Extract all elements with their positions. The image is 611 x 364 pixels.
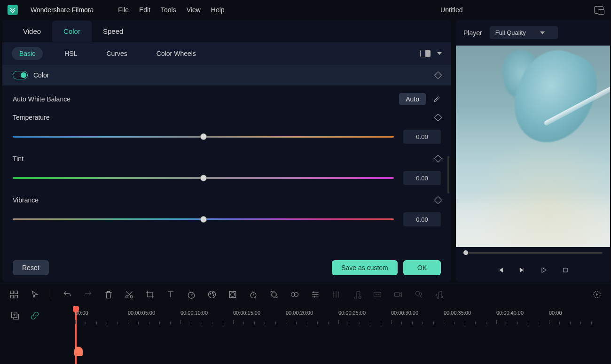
tab-speed[interactable]: Speed <box>92 21 134 42</box>
tick-group: 00:00:25:00 <box>338 310 391 324</box>
tick-group: 00:00:15:00 <box>233 310 286 324</box>
auto-button[interactable]: Auto <box>399 93 426 105</box>
tick-group: 00:00:10:00 <box>180 310 233 324</box>
link-icon[interactable] <box>30 311 39 320</box>
temperature-label: Temperature <box>13 114 50 121</box>
undo-icon[interactable] <box>63 290 72 299</box>
scrollbar[interactable] <box>447 156 449 194</box>
temperature-slider[interactable] <box>13 136 394 138</box>
transcribe-icon[interactable] <box>414 290 423 299</box>
svg-point-11 <box>213 294 214 296</box>
prev-frame-icon[interactable] <box>496 266 505 274</box>
subtab-hsl[interactable]: HSL <box>57 47 85 60</box>
svg-rect-2 <box>15 291 18 294</box>
color-sub-tabs: Basic HSL Curves Color Wheels <box>2 42 451 65</box>
keyframe-icon[interactable] <box>434 71 442 79</box>
effects-icon[interactable] <box>290 290 299 299</box>
play-icon[interactable] <box>540 266 548 274</box>
top-tabs: Video Color Speed <box>2 20 451 42</box>
stop-icon[interactable] <box>561 266 570 274</box>
timeline-ruler[interactable]: 00:0000:00:05:0000:00:10:0000:00:15:0000… <box>75 310 602 324</box>
player-controls <box>456 258 610 282</box>
player-scrubber[interactable] <box>456 247 610 258</box>
tick-label: 00:00:15:00 <box>233 310 260 316</box>
tick-label: 00:00 <box>549 310 562 316</box>
crop-icon[interactable] <box>145 290 155 299</box>
vibrance-value[interactable]: 0.00 <box>403 212 441 226</box>
timeline[interactable]: 00:0000:00:05:0000:00:10:0000:00:15:0000… <box>0 306 611 363</box>
color-section-title: Color <box>33 71 49 79</box>
tick-label: 00:00:20:00 <box>286 310 313 316</box>
svg-rect-17 <box>374 292 381 297</box>
tick-label: 00:00 <box>75 310 88 316</box>
text-icon[interactable] <box>166 290 175 299</box>
tick-group: 00:00:35:00 <box>444 310 496 324</box>
mask-icon[interactable] <box>228 290 237 299</box>
next-frame-icon[interactable] <box>518 266 526 274</box>
menu-help[interactable]: Help <box>211 6 225 14</box>
save-as-custom-button[interactable]: Save as custom <box>332 260 398 275</box>
menubar: Wondershare Filmora File Edit Tools View… <box>0 0 611 20</box>
slider-thumb[interactable] <box>200 175 207 181</box>
temperature-value[interactable]: 0.00 <box>403 130 441 144</box>
color-icon[interactable] <box>207 290 217 299</box>
tint-slider[interactable] <box>13 177 394 179</box>
add-track-icon[interactable] <box>10 311 20 320</box>
cursor-icon[interactable] <box>30 290 39 299</box>
vibrance-label: Vibrance <box>13 196 39 204</box>
player-label: Player <box>463 29 482 37</box>
record-icon[interactable] <box>393 290 403 299</box>
adjust-icon[interactable] <box>311 290 320 299</box>
chevron-down-icon <box>540 31 545 34</box>
color-enable-toggle[interactable] <box>13 71 28 79</box>
delete-icon[interactable] <box>104 290 113 299</box>
chevron-down-icon[interactable] <box>437 52 442 55</box>
subtitle-icon[interactable] <box>373 290 382 299</box>
ok-button[interactable]: OK <box>403 260 441 275</box>
audio-icon[interactable] <box>352 290 361 299</box>
keyframe-tool-icon[interactable] <box>269 290 279 299</box>
layout-toggle-icon[interactable] <box>594 6 603 14</box>
menu-view[interactable]: View <box>187 6 201 14</box>
svg-point-10 <box>212 292 213 294</box>
compare-view-icon[interactable] <box>420 50 431 57</box>
menu-edit[interactable]: Edit <box>139 6 150 14</box>
quality-select[interactable]: Full Quality <box>490 26 558 39</box>
redo-icon[interactable] <box>83 290 93 299</box>
svg-rect-0 <box>564 268 567 272</box>
tick-group: 00:00:40:00 <box>496 310 549 324</box>
keyframe-icon[interactable] <box>434 155 442 163</box>
tab-color[interactable]: Color <box>52 21 92 42</box>
keyframe-icon[interactable] <box>434 114 442 122</box>
timer-icon[interactable] <box>249 290 258 299</box>
grid-icon[interactable] <box>9 290 19 299</box>
tab-video[interactable]: Video <box>12 21 52 42</box>
menu-tools[interactable]: Tools <box>161 6 176 14</box>
tick-label: 00:00:35:00 <box>444 310 471 316</box>
subtab-basic[interactable]: Basic <box>12 47 43 60</box>
audio-mix-icon[interactable] <box>331 290 341 299</box>
cut-icon[interactable] <box>125 290 134 299</box>
slider-thumb[interactable] <box>200 133 207 140</box>
video-preview[interactable] <box>456 46 610 247</box>
subtab-curves[interactable]: Curves <box>99 47 134 60</box>
subtab-colorwheels[interactable]: Color Wheels <box>149 47 204 60</box>
svg-point-9 <box>210 293 211 294</box>
slider-thumb[interactable] <box>200 216 207 223</box>
clip-marker-icon[interactable] <box>74 347 83 356</box>
menu-file[interactable]: File <box>118 6 129 14</box>
color-panel-body: Auto White Balance Auto Temperature 0.00 <box>2 85 451 254</box>
vibrance-slider[interactable] <box>13 218 394 220</box>
quality-value: Full Quality <box>495 29 526 36</box>
color-section-header: Color <box>2 65 451 85</box>
svg-rect-18 <box>395 292 400 296</box>
render-preview-icon[interactable] <box>592 290 602 299</box>
eyedropper-icon[interactable] <box>432 95 441 103</box>
tick-label: 00:00:05:00 <box>128 310 155 316</box>
tint-value[interactable]: 0.00 <box>403 171 441 185</box>
reset-button[interactable]: Reset <box>13 260 49 275</box>
keyframe-icon[interactable] <box>434 196 442 204</box>
slider-group-tint: Tint 0.00 <box>13 155 441 185</box>
music-icon[interactable] <box>435 290 444 299</box>
speed-icon[interactable] <box>187 290 196 299</box>
